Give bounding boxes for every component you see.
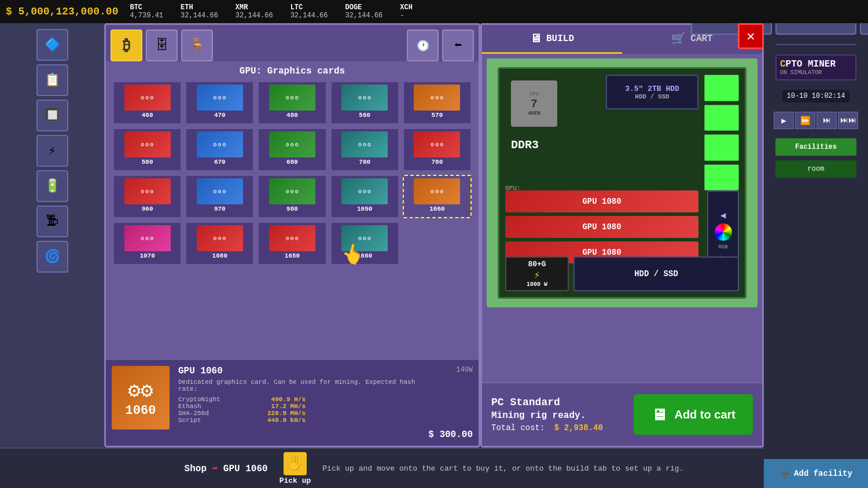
fan-icon: 🌀: [45, 249, 60, 265]
gpu-card-760[interactable]: ⚙⚙⚙760: [330, 128, 399, 171]
ram-slots: [704, 75, 739, 190]
tab-back[interactable]: ⬅: [442, 30, 474, 61]
grid-icon: ⚡: [48, 143, 56, 159]
shop-panel: ₿ 🗄 🪑 🕐 ⬅ GPU: Graphics cards ⚙⚙⚙460⚙⚙⚙4…: [104, 23, 480, 447]
gpu-card-480[interactable]: ⚙⚙⚙480: [258, 81, 326, 124]
list-icon: 📋: [45, 72, 60, 88]
gpu-section: GPU: Graphics cards ⚙⚙⚙460⚙⚙⚙470⚙⚙⚙480⚙⚙…: [106, 61, 479, 270]
room-label: room: [775, 160, 856, 178]
gpu-stats: CryptoNight400.9 H/sEthash17.2 MH/sSHA-2…: [178, 396, 420, 424]
top-bar: $ 5,000,123,000.00 BTC4,739.41ETH32,144.…: [0, 0, 868, 23]
gpu-label-1060: 1060: [429, 206, 444, 212]
gpu-label-670: 670: [214, 159, 226, 166]
ticker-eth: ETH32,144.66: [181, 3, 218, 20]
gpu-label-970: 970: [214, 206, 226, 212]
gpu-img-1660: ⚙⚙⚙: [341, 225, 388, 251]
fast-forward-button[interactable]: ⏩: [795, 112, 815, 129]
gpu-label-560: 560: [359, 112, 370, 119]
gpu-card-1050[interactable]: ⚙⚙⚙1050: [330, 175, 399, 218]
tab-build[interactable]: 🖥 BUILD: [482, 25, 622, 54]
sidebar-btn-grid[interactable]: ⚡: [36, 135, 68, 167]
ticker-xch: XCH-: [400, 3, 413, 20]
gpu-card-1080[interactable]: ⚙⚙⚙1080: [185, 222, 254, 265]
playback-controls: ▶ ⏩ ⏭ ⏭⏭: [774, 112, 858, 129]
gpu-label-780: 780: [431, 159, 443, 166]
gpu-card-960[interactable]: ⚙⚙⚙960: [113, 175, 182, 218]
breadcrumb-arrow: ➡: [212, 464, 223, 474]
gpu-card-460[interactable]: ⚙⚙⚙460: [113, 81, 182, 124]
cpu-slot: CPU 7 4GEN: [511, 80, 557, 127]
play-button[interactable]: ▶: [774, 112, 794, 129]
gpu-label-470: 470: [214, 112, 226, 119]
fastest-button[interactable]: ⏭⏭: [838, 112, 858, 129]
rig-name: PC Standard: [491, 397, 624, 408]
gpu-img-680: ⚙⚙⚙: [269, 131, 315, 157]
cylinder-icon: 🗜: [46, 214, 58, 229]
gpu-card-570[interactable]: ⚙⚙⚙570: [403, 81, 472, 124]
add-facility-button[interactable]: ➕ Add facility: [764, 459, 868, 488]
tab-history[interactable]: 🕐: [407, 30, 439, 61]
power-slot: 80+G ⚡ 1000 W: [505, 256, 569, 291]
chip-icon: 🔲: [45, 108, 60, 123]
ddr3-label: DDR3: [511, 138, 539, 152]
sidebar-btn-cube[interactable]: 🔷: [36, 29, 68, 61]
gpu-img-1050: ⚙⚙⚙: [341, 178, 388, 204]
gpu-label-1080: 1080: [212, 252, 227, 259]
gpu-info-text: GPU 1060 Dedicated graphics card. Can be…: [178, 366, 420, 440]
hdd-top-slot: 3.5" 2TB HDD HDD / SSD: [606, 75, 698, 109]
build-tab-label: BUILD: [546, 34, 574, 44]
gpu-img-570: ⚙⚙⚙: [414, 85, 460, 111]
gpu-label-960: 960: [142, 206, 153, 212]
pickup-label: Pick up: [279, 476, 311, 485]
gpu-card-680[interactable]: ⚙⚙⚙680: [258, 128, 326, 171]
gpu-card-970[interactable]: ⚙⚙⚙970: [185, 175, 254, 218]
tab-storage[interactable]: 🗄: [146, 30, 178, 61]
logo-subtitle: ON SIMULATOR: [780, 69, 852, 76]
gpu-card-1660[interactable]: ⚙⚙⚙1660: [330, 222, 399, 265]
tab-furniture[interactable]: 🪑: [181, 30, 213, 61]
hdd-size-label: 3.5" 2TB HDD: [625, 85, 679, 93]
gpu-card-780[interactable]: ⚙⚙⚙780: [403, 128, 472, 171]
gpu-price: $ 300.00: [428, 430, 473, 440]
close-button[interactable]: ✕: [738, 23, 764, 49]
sidebar-btn-fan[interactable]: 🌀: [36, 241, 68, 273]
add-to-cart-button[interactable]: 🖥 Add to cart: [634, 394, 753, 435]
add-to-cart-label: Add to cart: [674, 408, 735, 421]
gpu-label-480: 480: [286, 112, 298, 119]
pickup-icon[interactable]: ✋: [284, 452, 307, 475]
installed-gpu-2: GPU 1080: [505, 216, 698, 238]
gpu-card-670[interactable]: ⚙⚙⚙670: [185, 128, 254, 171]
gpu-card-470[interactable]: ⚙⚙⚙470: [185, 81, 254, 124]
rgb-arrow-up: ◀: [720, 210, 726, 221]
sidebar-btn-list[interactable]: 📋: [36, 64, 68, 96]
gpu-card-1060[interactable]: ⚙⚙⚙1060: [403, 175, 472, 218]
bottom-bar: Shop ➡ GPU 1060 ✋ Pick up Pick up and mo…: [0, 447, 868, 488]
time-display: 10-10 10:02:14: [782, 90, 850, 102]
sidebar-btn-cylinder[interactable]: 🗜: [36, 206, 68, 237]
left-sidebar: 🔷📋🔲⚡🔋🗜🌀: [0, 23, 104, 447]
hdd-label: HDD / SSD: [635, 93, 669, 100]
game-logo: CPTO MINER ON SIMULATOR: [775, 54, 856, 80]
clock-icon: 🕐: [417, 39, 429, 52]
gpu-card-980[interactable]: ⚙⚙⚙980: [258, 175, 326, 218]
bottom-hint: Pick up and move onto the cart to buy it…: [322, 464, 683, 473]
stat-sha-256d: SHA-256d228.9 MH/s: [178, 410, 306, 417]
gpu-card-1070[interactable]: ⚙⚙⚙1070: [113, 222, 182, 265]
gpu-img-1650: ⚙⚙⚙: [269, 225, 315, 251]
gpu-label-1660: 1660: [357, 252, 372, 259]
gpu-card-560[interactable]: ⚙⚙⚙560: [330, 81, 399, 124]
gpu-card-1650[interactable]: ⚙⚙⚙1650: [258, 222, 326, 265]
gpu-card-580[interactable]: ⚙⚙⚙580: [113, 128, 182, 171]
tab-bitcoin[interactable]: ₿: [111, 30, 142, 61]
sidebar-btn-chip[interactable]: 🔲: [36, 100, 68, 131]
balance-display: $ 5,000,123,000.00: [6, 6, 118, 17]
sidebar-btn-battery[interactable]: 🔋: [36, 170, 68, 202]
bottom-slots: 80+G ⚡ 1000 W HDD / SSD: [505, 256, 739, 291]
gpu-img-470: ⚙⚙⚙: [197, 85, 243, 111]
gpu-label-760: 760: [359, 159, 370, 166]
faster-button[interactable]: ⏭: [816, 112, 837, 129]
gpu-label-580: 580: [142, 159, 153, 166]
cpu-label: 4GEN: [528, 111, 540, 116]
gpu-img-970: ⚙⚙⚙: [197, 178, 243, 204]
storage-icon: 🗄: [156, 38, 168, 53]
